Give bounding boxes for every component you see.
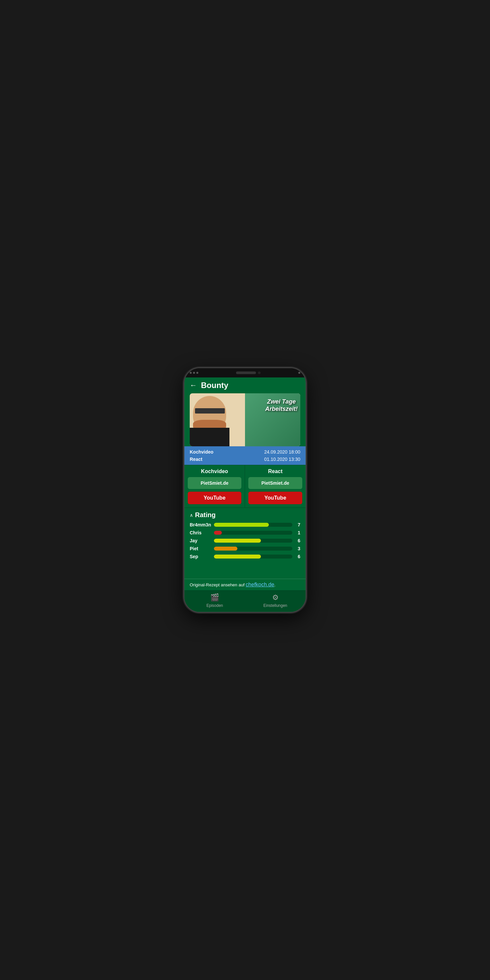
rating-bar-container-2: [214, 539, 292, 542]
status-bar-right: [298, 372, 300, 374]
rating-bar-2: [214, 539, 261, 542]
rating-rows: Br4mm3n 7 Chris 1 Jay 6 Piet 3 Sep 6: [190, 522, 300, 559]
recipe-text-after: .: [274, 582, 275, 587]
rating-row-4: Sep 6: [190, 554, 300, 559]
battery-indicator: [298, 372, 300, 374]
schedule-row-1: React 01.10.2020 13:30: [190, 455, 300, 463]
schedule-date-1: 01.10.2020 13:30: [264, 457, 300, 462]
schedule-date-0: 24.09.2020 18:00: [264, 449, 300, 455]
rating-bar-3: [214, 547, 237, 550]
pietsmiet-button-1[interactable]: PietSmiet.de: [248, 477, 302, 489]
rating-bar-container-0: [214, 523, 292, 527]
page-header: ← Bounty: [185, 377, 305, 393]
schedule-label-1: React: [190, 457, 202, 462]
thumbnail-image: Zwei Tage Arbeitszeit!: [190, 393, 300, 446]
rating-bar-4: [214, 555, 261, 558]
rating-bar-container-3: [214, 547, 292, 550]
front-camera: [258, 371, 261, 374]
rating-bar-1: [214, 531, 222, 535]
youtube-button-0[interactable]: YouTube: [188, 492, 241, 504]
status-bar: [185, 368, 305, 377]
app-content: ← Bounty Zwei Tage Arbeitszeit!: [185, 377, 305, 612]
rating-bar-0: [214, 523, 269, 527]
signal-dot-2: [193, 372, 195, 374]
thumbnail-text-line1: Zwei Tage: [265, 398, 298, 406]
signal-dot-1: [190, 372, 192, 374]
status-bar-center: [236, 371, 261, 374]
episoden-icon: 🎬: [210, 593, 219, 602]
rating-row-1: Chris 1: [190, 530, 300, 535]
rating-value-0: 7: [295, 522, 300, 527]
schedule-row-0: Kochvideo 24.09.2020 18:00: [190, 448, 300, 455]
rating-row-2: Jay 6: [190, 538, 300, 543]
schedule-section: Kochvideo 24.09.2020 18:00 React 01.10.2…: [185, 446, 305, 465]
rating-value-4: 6: [295, 554, 300, 559]
rating-name-4: Sep: [190, 554, 211, 559]
recipe-text-before: Original-Rezept ansehen auf: [190, 582, 246, 587]
rating-value-3: 3: [295, 546, 300, 551]
rating-header: ∧ Rating: [190, 511, 300, 519]
rating-title: Rating: [195, 511, 216, 519]
rating-bar-container-1: [214, 531, 292, 535]
back-button[interactable]: ←: [190, 381, 197, 390]
nav-item-episoden[interactable]: 🎬 Episoden: [185, 593, 245, 608]
video-thumbnail[interactable]: Zwei Tage Arbeitszeit!: [190, 393, 300, 446]
rating-name-2: Jay: [190, 538, 211, 543]
recipe-section: Original-Rezept ansehen auf chefkoch.de.: [185, 579, 305, 590]
rating-name-1: Chris: [190, 530, 211, 535]
einstellungen-label: Einstellungen: [263, 603, 287, 608]
youtube-button-1[interactable]: YouTube: [248, 492, 302, 504]
page-title: Bounty: [201, 381, 228, 390]
rating-value-2: 6: [295, 538, 300, 543]
person-shirt: [190, 428, 229, 446]
schedule-label-0: Kochvideo: [190, 449, 213, 455]
signal-dot-3: [196, 372, 198, 374]
phone-device: ← Bounty Zwei Tage Arbeitszeit!: [184, 368, 306, 612]
recipe-link[interactable]: chefkoch.de: [246, 582, 274, 587]
rating-value-1: 1: [295, 530, 300, 535]
pietsmiet-button-0[interactable]: PietSmiet.de: [188, 477, 241, 489]
thumbnail-person: [190, 393, 256, 446]
links-section: Kochvideo PietSmiet.de YouTube React Pie…: [185, 465, 305, 508]
status-bar-left: [190, 372, 198, 374]
bottom-nav: 🎬 Episoden ⚙ Einstellungen: [185, 590, 305, 612]
thumbnail-text: Zwei Tage Arbeitszeit!: [265, 398, 298, 412]
rating-row-3: Piet 3: [190, 546, 300, 551]
link-col-title-0: Kochvideo: [201, 468, 228, 474]
rating-name-0: Br4mm3n: [190, 522, 211, 527]
rating-chevron-icon[interactable]: ∧: [190, 512, 193, 518]
nav-item-einstellungen[interactable]: ⚙ Einstellungen: [245, 593, 305, 608]
einstellungen-icon: ⚙: [272, 593, 279, 602]
link-column-0: Kochvideo PietSmiet.de YouTube: [185, 465, 245, 508]
link-column-1: React PietSmiet.de YouTube: [245, 465, 305, 508]
rating-name-3: Piet: [190, 546, 211, 551]
rating-section: ∧ Rating Br4mm3n 7 Chris 1 Jay 6 Piet 3 …: [185, 508, 305, 579]
episoden-label: Episoden: [206, 603, 223, 608]
speaker-grille: [236, 371, 256, 374]
person-glasses: [195, 408, 225, 414]
thumbnail-text-line2: Arbeitszeit!: [265, 406, 298, 413]
link-col-title-1: React: [268, 468, 283, 474]
rating-row-0: Br4mm3n 7: [190, 522, 300, 527]
rating-bar-container-4: [214, 555, 292, 558]
